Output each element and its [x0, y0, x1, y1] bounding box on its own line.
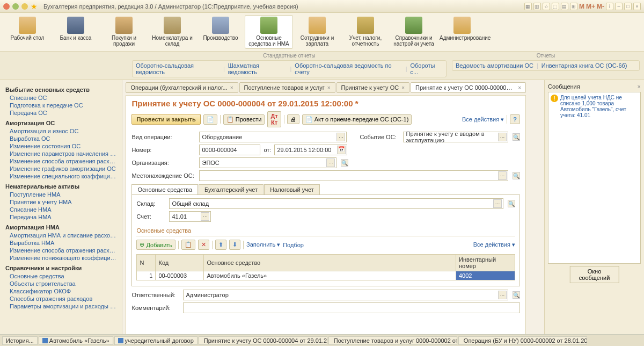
report-turnover[interactable]: Обороты с... [411, 62, 443, 75]
tab-receipt[interactable]: Поступление товаров и услуг× [239, 82, 335, 93]
sb-item[interactable]: Принятие к учету НМА [5, 198, 116, 206]
input-sklad[interactable]: Общий склад… [169, 198, 503, 209]
input-org[interactable]: ЭПОС… [199, 157, 336, 168]
ribbon-inventory[interactable]: Номенклатура и склад [148, 15, 196, 49]
sb-item[interactable]: Поступление НМА [5, 191, 116, 198]
sb-item-4[interactable]: Поступление товаров и услуг 0000-000002 … [328, 336, 457, 345]
input-mesto[interactable]: … [199, 170, 508, 181]
save-button[interactable]: 📄 [203, 114, 217, 125]
zoom-icon[interactable]: 🔍 [508, 200, 515, 207]
close-icon[interactable]: × [633, 3, 641, 10]
down-button[interactable]: ⬇ [229, 240, 240, 250]
sb-item[interactable]: Передача ОС [5, 109, 116, 117]
messages-close-icon[interactable]: × [638, 83, 641, 90]
info-icon[interactable]: i [606, 3, 613, 10]
ribbon-hr[interactable]: Сотрудники и зарплата [293, 15, 341, 49]
zoom-icon[interactable]: 🔍 [341, 159, 348, 167]
help-button[interactable]: ? [510, 114, 520, 124]
tab-asset-doc[interactable]: Принятие к учету ОС 0000-000004 ...× [411, 82, 526, 93]
sb-item[interactable]: Выработка НМА [5, 239, 116, 247]
sb-item[interactable]: Классификатор ОКОФ [5, 287, 116, 295]
all-actions-link-2[interactable]: Все действия ▾ [473, 241, 515, 248]
input-schet[interactable]: 41.01… [169, 211, 211, 222]
col-kod[interactable]: Код [156, 255, 204, 271]
sb-item-2[interactable]: учередительный договор [114, 336, 197, 345]
tab-operations[interactable]: Операции (бухгалтерский и налог...× [126, 82, 238, 93]
tb-icon-1[interactable]: ▦ [524, 3, 532, 10]
mplus-btn[interactable]: M+ [586, 3, 595, 10]
dots-icon[interactable]: … [498, 291, 507, 299]
max-icon[interactable]: □ [624, 3, 632, 10]
fill-link[interactable]: Заполнить ▾ [246, 241, 280, 248]
calendar-icon[interactable]: 📅 [337, 146, 346, 154]
history-button[interactable]: История... [2, 336, 38, 345]
podbor-link[interactable]: Подбор [283, 242, 304, 248]
col-os[interactable]: Основное средство [204, 255, 456, 271]
col-n[interactable]: N [137, 255, 156, 271]
dots-icon[interactable]: … [493, 199, 502, 208]
zoom-icon[interactable]: 🔍 [513, 172, 520, 179]
star-icon[interactable]: ★ [31, 2, 38, 11]
col-inv[interactable]: Инвентарный номер [456, 255, 515, 271]
delete-button[interactable]: ✕ [198, 240, 209, 250]
subtab-buh[interactable]: Бухгалтерский учет [199, 184, 264, 194]
input-vid[interactable]: Оборудование… [199, 132, 347, 142]
sb-item[interactable]: Изменение способа отражения расход... [5, 247, 116, 254]
tb-icon-4[interactable]: ⬚ [552, 3, 559, 10]
sb-item[interactable]: Списание ОС [5, 94, 116, 102]
ribbon-assets[interactable]: Основные средства и НМА [245, 15, 293, 49]
all-actions-link[interactable]: Все действия ▾ [462, 116, 504, 123]
tab-asset-accept[interactable]: Принятие к учету ОС× [336, 82, 409, 93]
grid-row[interactable]: 1 00-000003 Автомобиль «Газель» 4002 [137, 271, 515, 280]
sb-item-1[interactable]: Автомобиль «Газель» [39, 336, 113, 345]
messages-list[interactable]: ! Для целей учета НДС не списано 1,000 т… [548, 92, 641, 264]
sb-item[interactable]: Изменение состояния ОС [5, 142, 116, 150]
mminus-btn[interactable]: M- [597, 3, 604, 10]
sb-item[interactable]: Передача НМА [5, 213, 116, 221]
ribbon-tax[interactable]: Учет, налоги, отчетность [341, 15, 390, 49]
sb-item[interactable]: Параметры амортизации и расходы на ... [5, 302, 116, 310]
add-button[interactable]: ⊕ Добавить [136, 240, 175, 250]
copy-button[interactable]: 📋 [181, 240, 195, 250]
subtab-nalog[interactable]: Налоговый учет [264, 184, 320, 194]
dt-kt-button[interactable]: ДтКт [267, 111, 281, 127]
report-amort[interactable]: Ведомость амортизации ОС [456, 62, 533, 69]
post-close-button[interactable]: Провести и закрыть [131, 114, 200, 125]
subtab-os[interactable]: Основные средства [131, 184, 198, 194]
zoom-icon[interactable]: 🔍 [513, 291, 520, 299]
report-osv[interactable]: Оборотно-сальдовая ведомость [136, 62, 220, 75]
sb-item[interactable]: Изменение понижающего коэффициен... [5, 254, 116, 262]
sb-item[interactable]: Амортизация и износ ОС [5, 127, 116, 135]
calc-icon[interactable]: ⊞ [570, 3, 577, 10]
report-osv-account[interactable]: Оборотно-сальдовая ведомость по счету [295, 62, 402, 75]
tb-icon-2[interactable]: ▥ [533, 3, 541, 10]
input-otv[interactable]: Администратор… [183, 290, 508, 300]
up-button[interactable]: ⬆ [215, 240, 226, 250]
input-komm[interactable] [183, 302, 520, 313]
ribbon-production[interactable]: Производство [196, 15, 245, 49]
dots-icon[interactable]: … [201, 212, 209, 221]
input-sobyt[interactable]: Принятие к учету с вводом в эксплуатацию… [403, 132, 508, 142]
sb-item[interactable]: Способы отражения расходов [5, 295, 116, 302]
ribbon-settings[interactable]: Справочники и настройки учета [390, 15, 438, 49]
tab-close-icon[interactable]: × [401, 85, 405, 91]
tab-close-icon[interactable]: × [230, 85, 233, 91]
input-date[interactable]: 29.01.2015 12:00:00📅 [274, 145, 347, 155]
sb-item-3[interactable]: Принятие к учету ОС 0000-000004 от 29.01… [199, 336, 327, 345]
sb-item[interactable]: Изменение параметров начисления ам... [5, 150, 116, 157]
tab-close-icon[interactable]: × [327, 85, 331, 91]
ribbon-purchases[interactable]: Покупки и продажи [100, 15, 148, 49]
dots-icon[interactable]: … [498, 171, 507, 180]
m-btn[interactable]: M [579, 3, 584, 10]
max-dot-icon[interactable] [21, 3, 28, 10]
sb-item[interactable]: Выработка ОС [5, 135, 116, 142]
report-inventory[interactable]: Инвентарная книга ОС (ОС-6б) [541, 62, 627, 69]
ribbon-desktop[interactable]: Рабочий стол [3, 15, 52, 49]
sb-item[interactable]: Изменение специального коэффициент... [5, 172, 116, 180]
tab-close-icon[interactable]: × [518, 85, 521, 91]
sb-item[interactable]: Изменение способа отражения расход... [5, 157, 116, 165]
sb-item[interactable]: Изменение графиков амортизации ОС [5, 165, 116, 172]
print-button[interactable]: 🖨 [287, 114, 299, 124]
ribbon-admin[interactable]: Администрирование [438, 15, 486, 49]
messages-window-button[interactable]: Окно сообщений [569, 266, 619, 283]
